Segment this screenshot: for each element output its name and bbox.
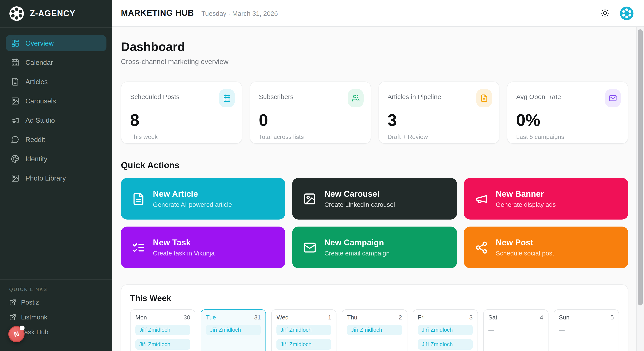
speech-bubble-icon — [11, 136, 19, 144]
stat-sublabel: This week — [130, 133, 233, 140]
stat-value: 0% — [516, 112, 619, 128]
quick-action-title: New Carousel — [324, 189, 395, 199]
week-grid: Mon30Jiří ZmidlochJiří ZmidlochTue31Jiří… — [130, 309, 619, 351]
quick-action-title: New Banner — [496, 189, 556, 199]
notification-badge-letter: N — [13, 330, 20, 338]
stat-label: Subscribers — [259, 93, 362, 100]
quick-action-new-task[interactable]: New TaskCreate task in Vikunja — [121, 226, 286, 268]
stat-value: 3 — [388, 112, 490, 128]
quick-action-title: New Article — [153, 189, 232, 199]
quick-action-subtitle: Generate display ads — [496, 201, 556, 208]
image-icon — [11, 174, 19, 182]
page-subtitle: Cross-channel marketing overview — [121, 58, 628, 66]
sidebar-item-label: Articles — [26, 78, 48, 86]
checklist-icon — [132, 241, 145, 254]
stat-sublabel: Total across lists — [259, 133, 362, 140]
document-icon — [11, 78, 19, 86]
quick-action-subtitle: Create email campaign — [324, 250, 390, 257]
palette-icon — [11, 155, 19, 163]
app-title: MARKETING HUB — [121, 8, 194, 18]
quick-action-new-article[interactable]: New ArticleGenerate AI-powered article — [121, 178, 286, 220]
day-name: Tue — [206, 314, 216, 321]
event-chip[interactable]: Jiří Zmidloch — [135, 339, 190, 350]
quick-action-title: New Task — [153, 238, 215, 248]
user-avatar[interactable] — [620, 6, 634, 20]
day-name: Thu — [347, 314, 358, 321]
this-week-title: This Week — [130, 294, 619, 303]
brand-name: Z-AGENCY — [30, 9, 75, 18]
mail-icon — [605, 89, 621, 107]
day-header: Mon30 — [135, 314, 190, 321]
scrollbar-thumb[interactable] — [638, 29, 643, 306]
sidebar: Z-AGENCY OverviewCalendarArticlesCarouse… — [0, 0, 112, 351]
this-week-card: This Week Mon30Jiří ZmidlochJiří Zmidloc… — [121, 284, 628, 351]
sidebar-item-articles[interactable]: Articles — [6, 74, 106, 90]
event-chip[interactable]: Jiří Zmidloch — [347, 325, 402, 335]
stat-sublabel: Last 5 campaigns — [516, 133, 619, 140]
sidebar-item-ad-studio[interactable]: Ad Studio — [6, 112, 106, 128]
sidebar-item-carousels[interactable]: Carousels — [6, 93, 106, 109]
event-chip[interactable]: Jiří Zmidloch — [206, 325, 261, 335]
quick-link-postiz[interactable]: Postiz — [9, 298, 103, 306]
event-chip[interactable]: Jiří Zmidloch — [277, 339, 332, 350]
notification-dot — [20, 326, 24, 330]
day-header: Sat4 — [488, 314, 543, 321]
event-chip[interactable]: Jiří Zmidloch — [418, 339, 472, 350]
day-header: Fri3 — [418, 314, 472, 321]
day-cell-mon: Mon30Jiří ZmidlochJiří Zmidloch — [130, 309, 196, 351]
brand: Z-AGENCY — [0, 0, 112, 28]
share-icon — [475, 241, 488, 254]
sidebar-item-label: Reddit — [26, 136, 45, 144]
day-name: Sat — [488, 314, 497, 321]
day-number: 30 — [184, 314, 190, 321]
quick-actions-grid: New ArticleGenerate AI-powered articleNe… — [121, 178, 628, 268]
event-chip[interactable]: Jiří Zmidloch — [418, 325, 472, 335]
megaphone-icon — [475, 192, 488, 205]
current-date: Tuesday · March 31, 2026 — [201, 10, 278, 17]
page-title: Dashboard — [121, 40, 628, 54]
external-link-icon — [9, 314, 16, 320]
top-bar-actions — [601, 6, 638, 20]
sidebar-item-identity[interactable]: Identity — [6, 151, 106, 167]
notification-badge[interactable]: N — [8, 326, 24, 342]
sidebar-item-photo-library[interactable]: Photo Library — [6, 170, 106, 186]
scrollbar-track[interactable] — [636, 27, 644, 351]
day-cell-sun: Sun5— — [554, 309, 619, 351]
day-number: 5 — [610, 314, 614, 321]
dashboard-content: Dashboard Cross-channel marketing overvi… — [112, 27, 644, 351]
event-chip[interactable]: Jiří Zmidloch — [277, 325, 332, 335]
quick-link-listmonk[interactable]: Listmonk — [9, 313, 103, 321]
stat-sublabel: Draft + Review — [388, 133, 490, 140]
sidebar-item-label: Overview — [26, 39, 54, 47]
document-icon — [476, 89, 492, 107]
sidebar-item-overview[interactable]: Overview — [6, 35, 106, 51]
day-header: Sun5 — [559, 314, 614, 321]
quick-action-subtitle: Schedule social post — [496, 250, 554, 257]
users-icon — [348, 89, 364, 107]
quick-action-new-banner[interactable]: New BannerGenerate display ads — [464, 178, 628, 220]
sidebar-item-calendar[interactable]: Calendar — [6, 54, 106, 70]
stat-label: Avg Open Rate — [516, 93, 619, 100]
stat-value: 8 — [130, 112, 233, 128]
stat-label: Articles in Pipeline — [388, 93, 490, 100]
day-header: Wed1 — [277, 314, 332, 321]
sidebar-item-label: Calendar — [26, 58, 53, 66]
stat-cards-row: Scheduled Posts8This weekSubscribers0Tot… — [121, 82, 628, 144]
theme-toggle-sun-icon[interactable] — [601, 9, 610, 18]
sidebar-item-reddit[interactable]: Reddit — [6, 132, 106, 148]
sidebar-item-label: Identity — [26, 155, 47, 163]
quick-link-label: Postiz — [21, 298, 39, 306]
quick-links-label: QUICK LINKS — [9, 286, 103, 292]
event-chip[interactable]: Jiří Zmidloch — [135, 325, 190, 335]
quick-action-new-post[interactable]: New PostSchedule social post — [464, 226, 628, 268]
day-name: Sun — [559, 314, 570, 321]
day-cell-tue: Tue31Jiří Zmidloch — [201, 309, 266, 351]
quick-actions-title: Quick Actions — [121, 160, 628, 170]
quick-action-subtitle: Create LinkedIn carousel — [324, 201, 395, 208]
external-link-icon — [9, 299, 16, 306]
no-events-placeholder: — — [559, 327, 614, 334]
no-events-placeholder: — — [488, 327, 543, 334]
sidebar-spacer — [0, 189, 112, 279]
quick-action-new-campaign[interactable]: New CampaignCreate email campaign — [292, 226, 457, 268]
quick-action-new-carousel[interactable]: New CarouselCreate LinkedIn carousel — [292, 178, 457, 220]
